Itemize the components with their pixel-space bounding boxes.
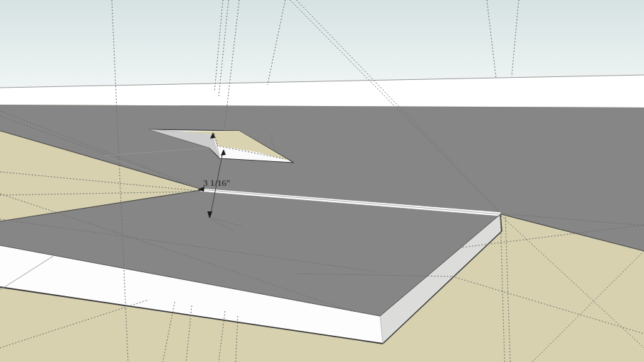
dimension-label: 3 1/16" [203, 177, 230, 188]
scene-geometry [0, 0, 644, 362]
scene-canvas[interactable]: 3 1/16" [0, 0, 644, 362]
sky [0, 0, 644, 88]
model-viewport[interactable]: 3 1/16" [0, 0, 644, 362]
